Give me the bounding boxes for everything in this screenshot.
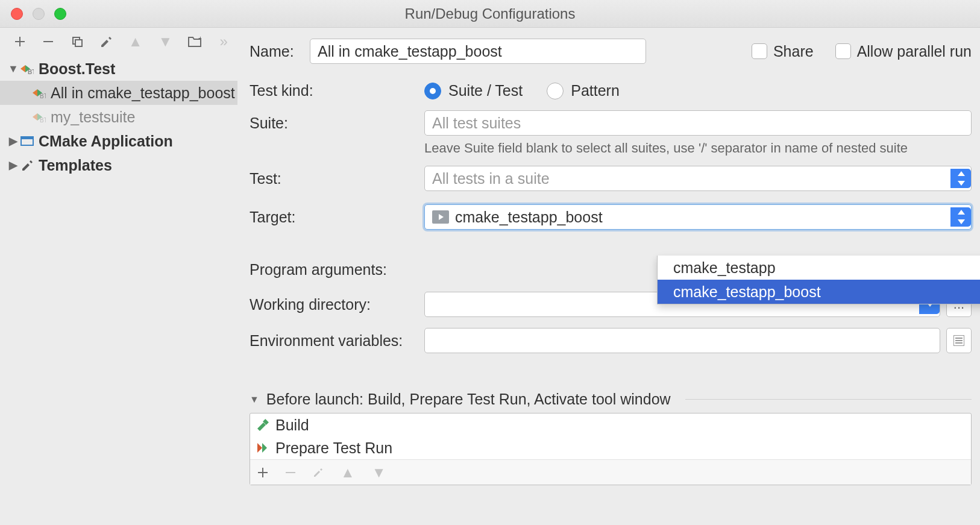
remove-config-button[interactable]	[42, 34, 55, 49]
test-value: All tests in a suite	[432, 170, 950, 187]
tree-node-label: CMake Application	[39, 133, 173, 150]
move-up-button[interactable]: ▲	[128, 34, 143, 49]
before-launch-toolbar: ▲ ▼	[250, 459, 971, 485]
share-label: Share	[773, 43, 814, 60]
suite-label: Suite:	[250, 115, 424, 132]
tree-node-my-testsuite[interactable]: BT my_testsuite	[0, 105, 237, 129]
target-option-label: cmake_testapp	[673, 259, 776, 277]
configurations-tree[interactable]: ▼ BT Boost.Test BT All in cmake_testapp_…	[0, 57, 237, 177]
svg-marker-14	[958, 171, 965, 176]
window-title: Run/Debug Configurations	[0, 5, 980, 22]
boost-test-icon: BT	[33, 87, 51, 99]
edit-environment-variables-button[interactable]	[946, 328, 972, 353]
svg-marker-17	[958, 219, 965, 224]
tree-node-all-in-cmake-testapp-boost[interactable]: BT All in cmake_testapp_boost	[0, 81, 237, 105]
configuration-form: Name: Share Allow parallel run Test kind…	[237, 28, 980, 525]
radio-label: Suite / Test	[448, 82, 523, 99]
boost-test-icon: BT	[20, 63, 39, 75]
bl-remove-button[interactable]	[285, 467, 296, 478]
svg-marker-3	[20, 65, 25, 72]
tree-node-label: my_testsuite	[51, 108, 135, 126]
name-input[interactable]	[310, 39, 646, 64]
radio-label: Pattern	[571, 82, 620, 99]
svg-text:BT: BT	[40, 117, 46, 123]
cmake-app-icon	[20, 136, 39, 146]
tree-node-label: All in cmake_testapp_boost	[51, 84, 235, 102]
svg-rect-13	[21, 137, 33, 139]
radio-icon	[424, 83, 441, 99]
boost-test-icon: BT	[33, 111, 51, 123]
before-launch-item-label: Prepare Test Run	[275, 439, 392, 457]
tree-node-label: Boost.Test	[39, 60, 115, 78]
collapse-icon: ▶	[6, 134, 20, 148]
svg-rect-1	[75, 40, 82, 46]
folder-button[interactable]: +	[188, 34, 201, 49]
bl-move-down-button[interactable]: ▼	[372, 464, 386, 481]
bl-edit-button[interactable]	[313, 467, 324, 478]
suite-hint: Leave Suite field blank to select all su…	[424, 140, 972, 156]
combo-stepper-icon	[950, 207, 971, 227]
copy-config-button[interactable]	[71, 34, 84, 49]
radio-icon	[547, 83, 564, 99]
hammer-icon	[256, 419, 271, 431]
test-combobox[interactable]: All tests in a suite	[424, 166, 972, 191]
checkbox-icon	[835, 43, 851, 59]
before-launch-item-label: Build	[275, 417, 309, 434]
target-combobox[interactable]: cmake_testapp_boost	[424, 204, 972, 230]
before-launch-section: ▼ Before launch: Build, Prepare Test Run…	[250, 391, 972, 485]
collapse-icon: ▶	[6, 159, 20, 172]
move-down-button[interactable]: ▼	[159, 34, 173, 49]
target-option-cmake-testapp[interactable]: cmake_testapp	[658, 256, 980, 280]
edit-defaults-button[interactable]	[99, 34, 113, 49]
target-label: Target:	[250, 209, 424, 226]
target-option-label: cmake_testapp_boost	[673, 283, 821, 301]
before-launch-header: Before launch: Build, Prepare Test Run, …	[266, 391, 671, 408]
run-test-icon	[256, 442, 271, 454]
tree-node-boost-test[interactable]: ▼ BT Boost.Test	[0, 57, 237, 81]
svg-marker-24	[257, 443, 262, 453]
svg-text:BT: BT	[28, 69, 34, 75]
checkbox-icon	[752, 43, 767, 59]
test-kind-pattern-radio[interactable]: Pattern	[547, 82, 620, 99]
tree-node-templates[interactable]: ▶ Templates	[0, 153, 237, 177]
svg-marker-25	[262, 443, 267, 453]
before-launch-item-prepare-test-run[interactable]: Prepare Test Run	[250, 436, 971, 459]
sidebar-toolbar: ▲ ▼ + »	[0, 28, 237, 53]
target-dropdown-list[interactable]: cmake_testapp cmake_testapp_boost	[657, 256, 980, 304]
add-config-button[interactable]	[13, 34, 27, 49]
divider	[685, 399, 972, 400]
before-launch-item-build[interactable]: Build	[250, 413, 971, 436]
configurations-sidebar: ▲ ▼ + » ▼ BT Boost.Test BT All in cmake_…	[0, 28, 237, 525]
bl-move-up-button[interactable]: ▲	[341, 464, 355, 481]
allow-parallel-label: Allow parallel run	[857, 43, 972, 60]
bl-add-button[interactable]	[257, 467, 268, 478]
target-option-cmake-testapp-boost[interactable]: cmake_testapp_boost	[658, 280, 980, 304]
name-label: Name:	[250, 43, 310, 60]
test-kind-label: Test kind:	[250, 82, 424, 99]
list-icon	[953, 335, 964, 346]
wrench-icon	[20, 159, 39, 172]
expand-icon: ▼	[6, 63, 20, 75]
working-directory-label: Working directory:	[250, 296, 424, 313]
environment-variables-input[interactable]	[424, 328, 940, 353]
program-arguments-label: Program arguments:	[250, 261, 424, 278]
allow-parallel-checkbox[interactable]: Allow parallel run	[835, 43, 972, 60]
environment-variables-label: Environment variables:	[250, 332, 424, 350]
svg-text:+: +	[198, 36, 201, 43]
svg-text:BT: BT	[40, 93, 46, 99]
more-button[interactable]: »	[217, 34, 230, 49]
collapse-icon[interactable]: ▼	[250, 394, 259, 405]
executable-icon	[432, 210, 449, 224]
share-checkbox[interactable]: Share	[752, 43, 814, 60]
svg-marker-9	[33, 113, 37, 121]
svg-marker-16	[958, 210, 965, 215]
test-label: Test:	[250, 170, 424, 187]
tree-node-cmake-application[interactable]: ▶ CMake Application	[0, 129, 237, 153]
test-kind-suite-radio[interactable]: Suite / Test	[424, 82, 523, 99]
tree-node-label: Templates	[39, 157, 112, 174]
titlebar: Run/Debug Configurations	[0, 0, 980, 28]
target-value: cmake_testapp_boost	[455, 209, 950, 226]
suite-input[interactable]	[424, 110, 972, 136]
before-launch-list[interactable]: Build Prepare Test Run ▲	[250, 413, 972, 485]
svg-marker-15	[958, 181, 965, 186]
